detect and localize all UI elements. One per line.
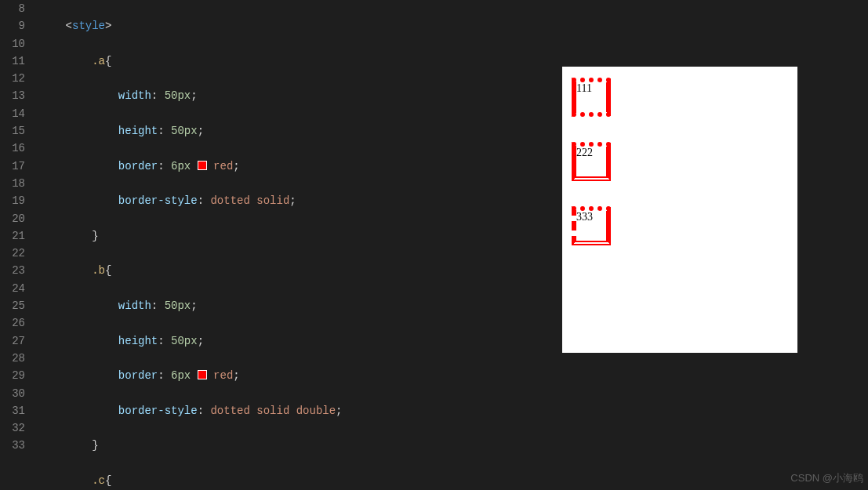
line-number: 24 bbox=[0, 280, 25, 297]
line-number: 26 bbox=[0, 314, 25, 332]
color-swatch-red bbox=[198, 161, 207, 170]
line-numbers: 8 9 10 11 12 13 14 15 16 17 18 19 20 21 … bbox=[0, 0, 39, 490]
line-number: 13 bbox=[0, 87, 25, 104]
line-number: 32 bbox=[0, 419, 25, 437]
line-number: 29 bbox=[0, 367, 25, 384]
line-number: 11 bbox=[0, 53, 25, 70]
box-c: 333 bbox=[572, 206, 611, 245]
line-number: 22 bbox=[0, 245, 25, 262]
line-number: 17 bbox=[0, 158, 25, 175]
line-number: 18 bbox=[0, 175, 25, 192]
line-number: 31 bbox=[0, 402, 25, 419]
line-number: 16 bbox=[0, 140, 25, 157]
line-number: 30 bbox=[0, 385, 25, 402]
box-a: 111 bbox=[572, 78, 611, 117]
line-number: 25 bbox=[0, 297, 25, 314]
box-b: 222 bbox=[572, 142, 611, 181]
line-number: 9 bbox=[0, 17, 25, 34]
watermark: CSDN @小海鸥 bbox=[790, 471, 863, 485]
line-number: 12 bbox=[0, 70, 25, 87]
line-number: 23 bbox=[0, 262, 25, 279]
color-swatch-red bbox=[198, 370, 207, 379]
line-number: 28 bbox=[0, 350, 25, 367]
line-number: 19 bbox=[0, 192, 25, 209]
line-number: 15 bbox=[0, 122, 25, 140]
line-number: 27 bbox=[0, 332, 25, 350]
line-number: 20 bbox=[0, 210, 25, 227]
line-number: 10 bbox=[0, 35, 25, 53]
line-number: 33 bbox=[0, 437, 25, 454]
line-number: 21 bbox=[0, 227, 25, 245]
line-number: 8 bbox=[0, 0, 25, 17]
line-number: 14 bbox=[0, 105, 25, 122]
render-preview: 111 222 333 bbox=[562, 67, 797, 353]
